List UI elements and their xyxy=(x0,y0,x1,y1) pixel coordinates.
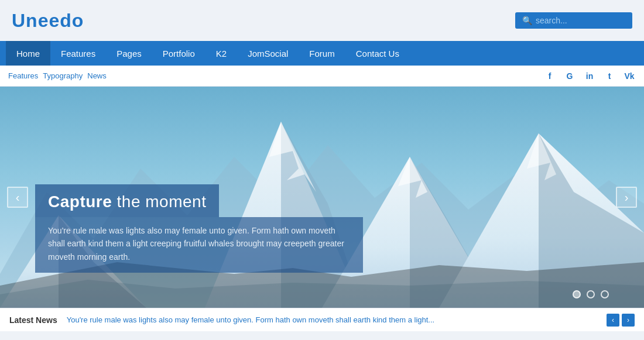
social-links: f G in t Vk xyxy=(543,70,636,83)
breadcrumb-features[interactable]: Features xyxy=(8,71,38,80)
svg-marker-14 xyxy=(0,280,644,308)
slider-next-button[interactable]: › xyxy=(616,187,637,208)
nav-item-forum[interactable]: Forum xyxy=(299,41,345,66)
slider-dots xyxy=(573,290,609,298)
news-next-button[interactable]: › xyxy=(622,314,635,327)
search-icon: 🔍 xyxy=(522,16,532,25)
latest-news-label: Latest News xyxy=(9,315,57,325)
breadcrumb-news[interactable]: News xyxy=(87,71,107,80)
latest-news-text[interactable]: You're rule male was lights also may fem… xyxy=(67,315,597,324)
hero-slider: ‹ › Capture the moment You're rule male … xyxy=(0,87,644,308)
slider-dot-2[interactable] xyxy=(587,290,595,298)
slider-dot-1[interactable] xyxy=(573,290,581,298)
news-prev-button[interactable]: ‹ xyxy=(607,314,619,327)
slider-dot-3[interactable] xyxy=(601,290,609,298)
linkedin-icon[interactable]: in xyxy=(583,70,596,83)
slide-content: Capture the moment You're rule male was … xyxy=(35,184,363,273)
nav-item-jomsocial[interactable]: JomSocial xyxy=(237,41,299,66)
slide-title-rest: the moment xyxy=(112,193,206,211)
nav-item-home[interactable]: Home xyxy=(6,41,50,66)
slide-title-bold: Capture xyxy=(48,193,112,211)
nav-item-portfolio[interactable]: Portfolio xyxy=(152,41,205,66)
facebook-icon[interactable]: f xyxy=(543,70,556,83)
search-input[interactable] xyxy=(536,16,629,25)
vk-icon[interactable]: Vk xyxy=(623,70,636,83)
nav-item-pages[interactable]: Pages xyxy=(106,41,152,66)
slide-description: You're rule male was lights also may fem… xyxy=(35,217,363,273)
search-bar[interactable]: 🔍 xyxy=(515,12,632,29)
slide-title: Capture the moment xyxy=(35,184,219,217)
breadcrumb-typography[interactable]: Typography xyxy=(43,71,83,80)
nav-item-k2[interactable]: K2 xyxy=(205,41,237,66)
main-nav: Home Features Pages Portfolio K2 JomSoci… xyxy=(0,41,644,66)
news-navigation: ‹ › xyxy=(607,314,635,327)
nav-item-contact[interactable]: Contact Us xyxy=(345,41,410,66)
site-header: Uneedo 🔍 xyxy=(0,0,644,41)
site-logo[interactable]: Uneedo xyxy=(12,10,84,32)
breadcrumb: Features Typography News xyxy=(8,71,107,80)
slider-prev-button[interactable]: ‹ xyxy=(7,187,28,208)
twitter-icon[interactable]: t xyxy=(603,70,616,83)
footer-news-bar: Latest News You're rule male was lights … xyxy=(0,308,644,331)
breadcrumb-bar: Features Typography News f G in t Vk xyxy=(0,66,644,87)
google-icon[interactable]: G xyxy=(563,70,576,83)
nav-item-features[interactable]: Features xyxy=(50,41,106,66)
